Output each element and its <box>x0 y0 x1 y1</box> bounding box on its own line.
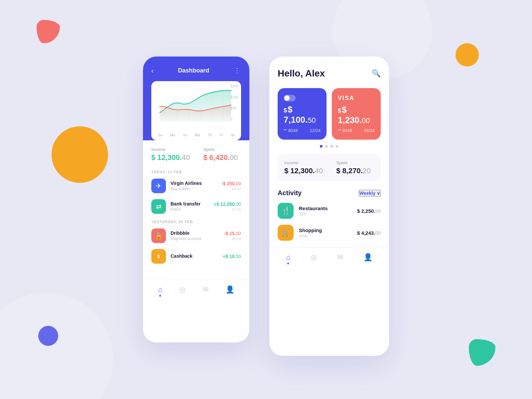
bank-transfer-name: Bank transfer <box>171 201 214 206</box>
x-label-mu: Mu <box>170 133 175 137</box>
y-label-10k: $10K <box>231 95 238 99</box>
dribbble-info: Dribbble Payment account <box>171 230 224 241</box>
transaction-bank-transfer[interactable]: ⇄ Bank transfer Patch +$ 12,250.00 12:31 <box>151 199 241 214</box>
chart-card: $15K $10K $5K 0 <box>151 81 241 140</box>
income-spent-card-right: Income $ 12,300.40 Spent $ 8,270.20 <box>278 154 381 181</box>
shopping-icon: 🛒 <box>278 225 294 241</box>
profile-icon-right: 👤 <box>363 253 372 262</box>
card-toggle[interactable] <box>284 95 296 101</box>
nav-home-left[interactable]: ⌂ <box>158 285 162 297</box>
restaurants-pct: 21% <box>299 212 357 216</box>
cashback-icon: $ <box>151 249 166 264</box>
x-label-st: St <box>231 133 234 137</box>
left-phone-header: ‹ Dashboard ⋮ $15K $10K $5K 0 <box>143 57 249 140</box>
virgin-airlines-info: Virgin Airlines Buy tickets <box>171 181 221 191</box>
red-card-bottom: ** 8048 08/24 <box>338 128 375 133</box>
virgin-airlines-icon: ✈ <box>151 179 166 193</box>
spent-label-right: Spent <box>336 160 371 165</box>
virgin-airlines-time: 18:47 <box>221 187 241 191</box>
back-button[interactable]: ‹ <box>151 67 154 74</box>
dot-3 <box>331 145 333 148</box>
dribbble-icon: 🔒 <box>151 228 166 243</box>
activity-shopping[interactable]: 🛒 Shopping 43% $ 4,243.00 <box>278 225 381 241</box>
left-phone-body: Income $ 12,300.40 Spent $ 6,420.00 TODA… <box>143 140 249 276</box>
blue-card-bottom: ** 8048 12/24 <box>284 128 321 133</box>
globe-icon-right: ◎ <box>311 253 317 262</box>
bank-transfer-info: Bank transfer Patch <box>171 201 214 212</box>
dribbble-amount: -$ 15.00 <box>224 231 241 236</box>
spent-value-right: $ 8,270.20 <box>336 167 371 175</box>
chart-x-labels: Su Mu Tu We Th Fr St <box>157 131 236 137</box>
search-button[interactable]: 🔍 <box>372 69 381 78</box>
bank-transfer-amount: +$ 12,250.00 <box>214 201 241 207</box>
cashback-amount: +$ 10.50 <box>223 254 241 259</box>
y-label-5k: $5K <box>231 106 238 110</box>
shopping-name: Shopping <box>299 227 357 233</box>
nav-chat-left[interactable]: ✉ <box>202 285 208 297</box>
right-phone-body: Hello, Alex 🔍 $$ 7,100.50 ** 8048 12/24 <box>269 57 389 241</box>
bank-transfer-icon: ⇄ <box>151 199 166 214</box>
red-card-expiry: 08/24 <box>364 128 375 133</box>
nav-chat-right[interactable]: ✉ <box>337 253 343 264</box>
cashback-name: Cashback <box>171 253 223 259</box>
red-card-amount: $$ 1,230.00 <box>338 105 375 125</box>
transaction-virgin-airlines[interactable]: ✈ Virgin Airlines Buy tickets -$ 250.00 … <box>151 179 241 193</box>
home-icon-left: ⌂ <box>158 285 162 294</box>
restaurants-name: Restaurants <box>299 205 357 211</box>
nav-active-dot-left <box>159 295 161 297</box>
virgin-airlines-amount: -$ 250.00 <box>221 181 241 186</box>
chart-svg <box>157 86 236 130</box>
nav-profile-left[interactable]: 👤 <box>225 285 234 297</box>
blue-card-top <box>284 95 321 101</box>
activity-restaurants[interactable]: 🍴 Restaurants 21% $ 2,250.50 <box>278 203 381 219</box>
x-label-fr: Fr <box>220 133 223 137</box>
restaurants-info: Restaurants 21% <box>299 205 357 216</box>
income-value-left: $ 12,300.40 <box>151 153 190 162</box>
y-label-0: 0 <box>231 117 238 121</box>
dashboard-title: Dashboard <box>178 67 209 74</box>
greeting-title: Hello, Alex <box>278 68 325 79</box>
transaction-cashback[interactable]: $ Cashback +$ 10.50 <box>151 249 241 264</box>
chat-icon-left: ✉ <box>202 285 208 294</box>
activity-header: Activity Weekly ∨ <box>278 189 381 197</box>
more-button[interactable]: ⋮ <box>234 66 241 74</box>
red-card[interactable]: VISA $$ 1,230.00 ** 8048 08/24 <box>332 88 381 140</box>
profile-icon-left: 👤 <box>225 285 234 294</box>
nav-home-right[interactable]: ⌂ <box>286 253 290 264</box>
shopping-pct: 43% <box>299 234 357 238</box>
blue-card-amount: $$ 7,100.50 <box>284 104 321 125</box>
cards-row: $$ 7,100.50 ** 8048 12/24 VISA $$ 1,230.… <box>278 88 381 140</box>
spent-stat-right: Spent $ 8,270.20 <box>336 160 371 175</box>
dot-1 <box>320 145 323 148</box>
x-label-su: Su <box>158 133 162 137</box>
spent-stat-left: Spent $ 6,420.00 <box>203 147 238 162</box>
bank-transfer-time: 12:31 <box>214 207 241 211</box>
cashback-amount-col: +$ 10.50 <box>223 254 241 259</box>
shopping-amount: $ 4,243.00 <box>357 230 381 236</box>
x-label-tu: Tu <box>183 133 187 137</box>
x-label-th: Th <box>208 133 212 137</box>
bg-circle-1 <box>0 293 113 399</box>
nav-globe-right[interactable]: ◎ <box>311 253 317 264</box>
phones-container: ‹ Dashboard ⋮ $15K $10K $5K 0 <box>143 57 389 356</box>
dot-2 <box>325 145 328 148</box>
income-label-right: Income <box>284 160 323 165</box>
left-phone-nav: ‹ Dashboard ⋮ <box>151 66 241 74</box>
income-value-right: $ 12,300.40 <box>284 167 323 175</box>
activity-title: Activity <box>278 189 302 197</box>
spent-value-left: $ 6,420.00 <box>203 153 238 162</box>
nav-globe-left[interactable]: ◎ <box>179 285 186 297</box>
blue-card-expiry: 12/24 <box>310 128 321 133</box>
nav-profile-right[interactable]: 👤 <box>363 253 372 264</box>
right-phone: Hello, Alex 🔍 $$ 7,100.50 ** 8048 12/24 <box>269 57 389 356</box>
today-label: TODAY, 21 FEB <box>151 170 241 174</box>
weekly-filter-button[interactable]: Weekly ∨ <box>359 190 381 197</box>
transaction-dribbble[interactable]: 🔒 Dribbble Payment account -$ 15.00 20:1… <box>151 228 241 243</box>
dribbble-sub: Payment account <box>171 236 224 241</box>
virgin-airlines-sub: Buy tickets <box>171 187 221 191</box>
restaurants-amount: $ 2,250.50 <box>357 208 381 214</box>
blue-card[interactable]: $$ 7,100.50 ** 8048 12/24 <box>278 88 327 140</box>
chat-icon-right: ✉ <box>337 253 343 262</box>
right-bottom-nav: ⌂ ◎ ✉ 👤 <box>269 247 389 272</box>
decorative-blob-orange2 <box>456 43 479 66</box>
